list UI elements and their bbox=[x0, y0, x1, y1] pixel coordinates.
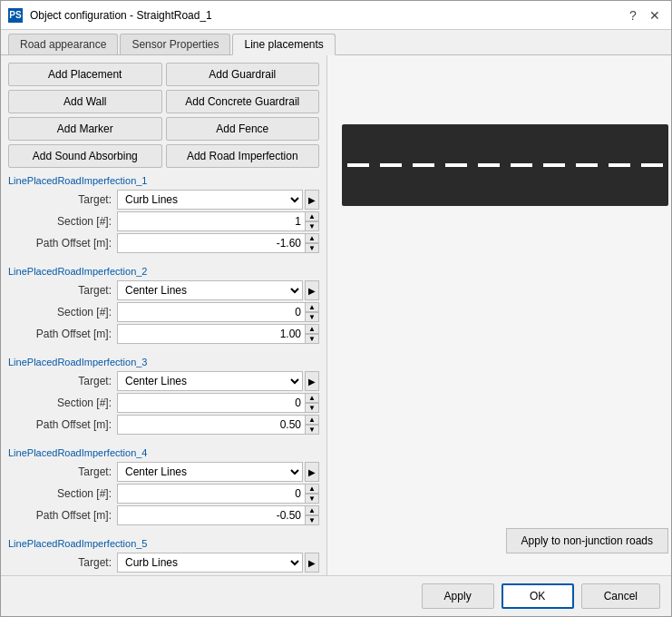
placement-4-offset-input[interactable] bbox=[117, 505, 305, 525]
placement-5-target-row: Target: Curb Lines Center Lines Lane Lin… bbox=[8, 553, 319, 573]
ok-button[interactable]: OK bbox=[502, 583, 574, 609]
road-preview bbox=[342, 124, 668, 206]
placement-1-target-label: Target: bbox=[8, 193, 117, 206]
placement-1-target-input-wrap: Curb Lines Center Lines Lane Lines ▶ bbox=[117, 190, 319, 210]
placement-2-title: LinePlacedRoadImperfection_2 bbox=[8, 266, 319, 277]
placement-2-section-input[interactable] bbox=[117, 302, 305, 322]
right-panel: Apply to non-junction roads bbox=[327, 55, 671, 575]
window-controls: ? ✕ bbox=[624, 6, 664, 24]
road-dash-6 bbox=[511, 163, 532, 167]
placement-2-section-row: Section [#]: ▲ ▼ bbox=[8, 302, 319, 322]
placement-4-target-input-wrap: Curb Lines Center Lines Lane Lines ▶ bbox=[117, 462, 319, 482]
tab-line-placements[interactable]: Line placements bbox=[232, 34, 335, 55]
tab-sensor-properties[interactable]: Sensor Properties bbox=[120, 34, 230, 54]
placement-1-offset-down[interactable]: ▼ bbox=[305, 243, 319, 253]
road-dash-3 bbox=[413, 163, 434, 167]
road-dash-9 bbox=[609, 163, 630, 167]
placement-3-section-down[interactable]: ▼ bbox=[305, 403, 319, 413]
placement-4-section-spinner: ▲ ▼ bbox=[117, 484, 319, 504]
main-content: Add Placement Add Guardrail Add Wall Add… bbox=[1, 55, 671, 575]
placement-4-title: LinePlacedRoadImperfection_4 bbox=[8, 447, 319, 458]
placement-4-offset-down[interactable]: ▼ bbox=[305, 515, 319, 525]
road-dash-8 bbox=[576, 163, 598, 167]
close-button[interactable]: ✕ bbox=[646, 6, 664, 24]
cancel-button[interactable]: Cancel bbox=[581, 583, 660, 609]
placement-3-target-row: Target: Curb Lines Center Lines Lane Lin… bbox=[8, 371, 319, 391]
add-placement-button[interactable]: Add Placement bbox=[8, 63, 162, 86]
placement-3-title: LinePlacedRoadImperfection_3 bbox=[8, 357, 319, 367]
placement-2-section-up[interactable]: ▲ bbox=[305, 302, 319, 312]
placement-3-section-spinner: ▲ ▼ bbox=[117, 393, 319, 413]
placement-1-offset-input[interactable] bbox=[117, 233, 305, 253]
add-fence-button[interactable]: Add Fence bbox=[166, 117, 320, 141]
placement-1-offset-spinner: ▲ ▼ bbox=[117, 233, 319, 253]
add-wall-button[interactable]: Add Wall bbox=[8, 90, 162, 113]
add-marker-button[interactable]: Add Marker bbox=[8, 117, 162, 141]
add-road-imperfection-button[interactable]: Add Road Imperfection bbox=[166, 144, 320, 168]
placement-2-section-down[interactable]: ▼ bbox=[305, 312, 319, 322]
placement-4-section-label: Section [#]: bbox=[8, 487, 117, 500]
placement-4-section-input[interactable] bbox=[117, 484, 305, 504]
placement-5-target-select[interactable]: Curb Lines Center Lines Lane Lines bbox=[117, 553, 303, 573]
tab-road-appearance[interactable]: Road appearance bbox=[8, 34, 118, 54]
placement-1-offset-row: Path Offset [m]: ▲ ▼ bbox=[8, 233, 319, 253]
road-dash-10 bbox=[641, 163, 663, 167]
main-window: PS Object configuration - StraightRoad_1… bbox=[0, 0, 672, 617]
placement-3-target-select[interactable]: Curb Lines Center Lines Lane Lines bbox=[117, 371, 303, 391]
placement-2-target-row: Target: Curb Lines Center Lines Lane Lin… bbox=[8, 280, 319, 300]
help-button[interactable]: ? bbox=[624, 6, 642, 24]
add-sound-absorbing-button[interactable]: Add Sound Absorbing bbox=[8, 144, 162, 168]
placement-2-offset-down[interactable]: ▼ bbox=[305, 334, 319, 344]
road-dashes bbox=[347, 163, 663, 167]
placement-4-offset-label: Path Offset [m]: bbox=[8, 509, 117, 522]
placement-3-section-input[interactable] bbox=[117, 393, 305, 413]
left-panel: Add Placement Add Guardrail Add Wall Add… bbox=[1, 55, 327, 575]
placement-1-target-row: Target: Curb Lines Center Lines Lane Lin… bbox=[8, 190, 319, 210]
placement-4: LinePlacedRoadImperfection_4 Target: Cur… bbox=[8, 447, 319, 527]
road-dash-2 bbox=[380, 163, 402, 167]
placement-3-offset-up[interactable]: ▲ bbox=[305, 415, 319, 425]
apply-junction-button[interactable]: Apply to non-junction roads bbox=[506, 528, 668, 553]
road-dash-1 bbox=[347, 163, 369, 167]
placement-4-target-select[interactable]: Curb Lines Center Lines Lane Lines bbox=[117, 462, 303, 482]
placement-4-offset-up[interactable]: ▲ bbox=[305, 505, 319, 515]
app-icon: PS bbox=[8, 8, 23, 23]
placement-4-section-down[interactable]: ▼ bbox=[305, 494, 319, 504]
placement-1-title: LinePlacedRoadImperfection_1 bbox=[8, 175, 319, 186]
placement-4-section-up[interactable]: ▲ bbox=[305, 484, 319, 494]
placement-2-expand-btn[interactable]: ▶ bbox=[305, 280, 319, 300]
add-guardrail-button[interactable]: Add Guardrail bbox=[166, 63, 320, 86]
placement-1-section-spinner: ▲ ▼ bbox=[117, 211, 319, 231]
placement-3-offset-spinner: ▲ ▼ bbox=[117, 415, 319, 435]
placement-1-target-select[interactable]: Curb Lines Center Lines Lane Lines bbox=[117, 190, 303, 210]
placement-4-target-row: Target: Curb Lines Center Lines Lane Lin… bbox=[8, 462, 319, 482]
road-dash-4 bbox=[445, 163, 467, 167]
placement-3-offset-label: Path Offset [m]: bbox=[8, 418, 117, 431]
placement-3-expand-btn[interactable]: ▶ bbox=[305, 371, 319, 391]
placement-1-offset-up[interactable]: ▲ bbox=[305, 233, 319, 243]
placement-3-target-input-wrap: Curb Lines Center Lines Lane Lines ▶ bbox=[117, 371, 319, 391]
placement-5-expand-btn[interactable]: ▶ bbox=[305, 553, 319, 573]
placement-2-target-select[interactable]: Curb Lines Center Lines Lane Lines bbox=[117, 280, 303, 300]
placement-1-section-input[interactable] bbox=[117, 211, 305, 231]
placement-2-offset-spinner: ▲ ▼ bbox=[117, 324, 319, 344]
window-title: Object configuration - StraightRoad_1 bbox=[30, 9, 617, 22]
placement-3-offset-down[interactable]: ▼ bbox=[305, 425, 319, 435]
placement-1-section-row: Section [#]: ▲ ▼ bbox=[8, 211, 319, 231]
placement-1-section-down[interactable]: ▼ bbox=[305, 221, 319, 231]
placement-2-offset-up[interactable]: ▲ bbox=[305, 324, 319, 334]
placement-3-section-up[interactable]: ▲ bbox=[305, 393, 319, 403]
apply-button[interactable]: Apply bbox=[422, 583, 494, 609]
placement-1-expand-btn[interactable]: ▶ bbox=[305, 190, 319, 210]
add-concrete-guardrail-button[interactable]: Add Concrete Guardrail bbox=[166, 90, 320, 113]
placement-4-expand-btn[interactable]: ▶ bbox=[305, 462, 319, 482]
road-dash-7 bbox=[543, 163, 565, 167]
placement-1-offset-label: Path Offset [m]: bbox=[8, 237, 117, 250]
placement-3-offset-input[interactable] bbox=[117, 415, 305, 435]
placement-3-section-label: Section [#]: bbox=[8, 397, 117, 409]
placement-2-offset-input[interactable] bbox=[117, 324, 305, 344]
title-bar: PS Object configuration - StraightRoad_1… bbox=[1, 1, 671, 30]
placement-1-section-up[interactable]: ▲ bbox=[305, 211, 319, 221]
placement-4-section-row: Section [#]: ▲ ▼ bbox=[8, 484, 319, 504]
placement-1-section-label: Section [#]: bbox=[8, 215, 117, 228]
